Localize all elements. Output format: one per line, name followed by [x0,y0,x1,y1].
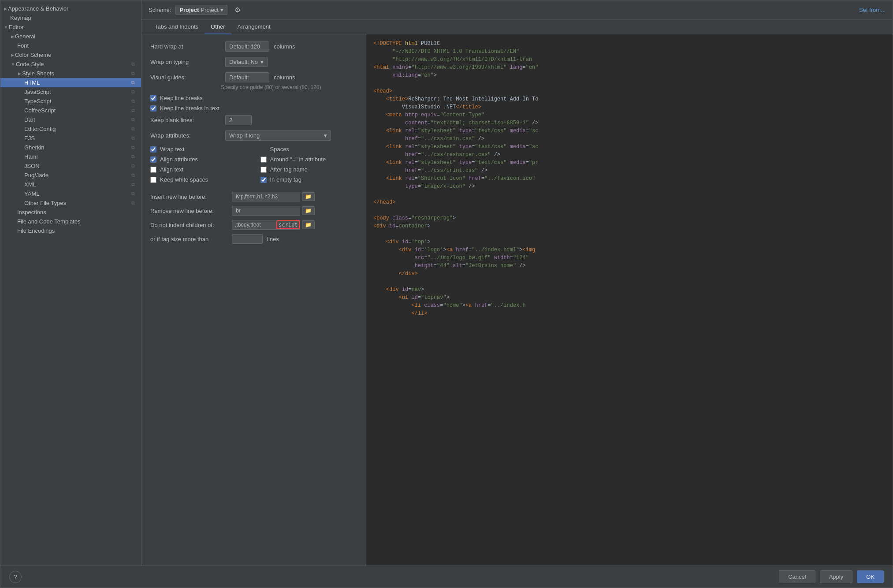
dialog-body: ▶ Appearance & BehaviorKeymap▼ Editor▶ G… [0,0,893,566]
align-attributes-label[interactable]: Align attributes [160,156,198,163]
sidebar-item-xml[interactable]: XML⧉ [0,180,141,189]
or-if-tag-label: or if tag size more than [150,236,227,242]
sidebar-item-html[interactable]: HTML⧉ [0,78,141,87]
sidebar-item-coffeescript[interactable]: CoffeeScript⧉ [0,106,141,115]
sidebar-item-label: General [15,33,35,40]
align-attributes-checkbox[interactable] [150,156,156,163]
sidebar-item-editor[interactable]: ▼ Editor [0,22,141,32]
sidebar-item-ejs[interactable]: EJS⧉ [0,134,141,143]
apply-button[interactable]: Apply [820,570,853,583]
copy-icon: ⧉ [131,191,138,197]
sidebar-item-dart[interactable]: Dart⧉ [0,115,141,124]
sidebar-item-general[interactable]: ▶ General [0,32,141,41]
align-text-row: Align text [150,166,247,173]
sidebar-item-color-scheme[interactable]: ▶ Color Scheme [0,50,141,60]
set-from-link[interactable]: Set from... [859,7,886,13]
sidebar-item-style-sheets[interactable]: ▶ Style Sheets⧉ [0,69,141,78]
sidebar-item-label: Editor [9,24,24,30]
around-eq-checkbox[interactable] [260,156,267,163]
keep-white-spaces-checkbox[interactable] [150,177,156,183]
sidebar-item-javascript[interactable]: JavaScript⧉ [0,87,141,97]
sidebar-item-keymap[interactable]: Keymap [0,13,141,22]
align-text-label[interactable]: Align text [160,166,183,173]
ok-button[interactable]: OK [857,570,884,583]
sidebar-item-typescript[interactable]: TypeScript⧉ [0,97,141,106]
sidebar-item-label: File Encodings [17,227,55,234]
remove-new-line-folder-btn[interactable]: 📁 [302,206,315,215]
sidebar-item-label: Dart [24,116,35,123]
sidebar-item-file-and-code-templates[interactable]: File and Code Templates [0,217,141,226]
after-tag-name-checkbox[interactable] [260,167,267,173]
keep-line-breaks-label[interactable]: Keep line breaks [160,95,203,101]
sidebar-item-file-encodings[interactable]: File Encodings [0,226,141,235]
wrap-attributes-value: Wrap if long [229,132,260,139]
in-empty-tag-checkbox[interactable] [260,177,267,183]
help-button[interactable]: ? [9,571,22,583]
settings-panel: Hard wrap at columns Wrap on typing Defa… [141,34,366,566]
wrap-text-checkbox[interactable] [150,146,156,153]
sidebar-item-json[interactable]: JSON⧉ [0,161,141,171]
align-text-checkbox[interactable] [150,167,156,173]
copy-icon: ⧉ [131,200,138,206]
sidebar-item-yaml[interactable]: YAML⧉ [0,189,141,198]
around-eq-label[interactable]: Around "=" in attribute [270,156,326,163]
wrap-typing-select[interactable]: Default: No ▾ [225,57,268,67]
wrap-text-label[interactable]: Wrap text [160,146,184,153]
sidebar-item-label: CoffeeScript [24,107,56,114]
keep-line-breaks-text-checkbox[interactable] [150,105,156,112]
sidebar-item-other-file-types[interactable]: Other File Types⧉ [0,198,141,208]
hard-wrap-input[interactable] [225,41,269,52]
wrap-typing-value: Default: No [229,59,258,65]
visual-guides-input[interactable] [225,72,269,82]
sidebar-item-inspections[interactable]: Inspections [0,208,141,217]
tab-arrangement[interactable]: Arrangement [231,20,277,34]
in-empty-tag-label[interactable]: In empty tag [270,176,302,183]
sidebar-item-editorconfig[interactable]: EditorConfig⧉ [0,124,141,134]
insert-new-line-row: Insert new line before: 📁 [150,192,357,201]
scheme-select[interactable]: Project Project ▾ [175,5,227,15]
sidebar-item-label: Inspections [17,209,46,216]
wrap-attributes-select[interactable]: Wrap if long ▾ [225,130,331,141]
gear-button[interactable]: ⚙ [232,5,243,15]
copy-icon: ⧉ [131,61,138,67]
insert-new-line-input[interactable] [232,192,300,201]
sidebar-item-label: Keymap [10,15,31,21]
keep-blank-lines-input[interactable] [225,115,252,125]
do-not-indent-folder-btn[interactable]: 📁 [302,220,315,229]
keep-white-spaces-label[interactable]: Keep white spaces [160,176,208,183]
after-tag-name-label[interactable]: After tag name [270,166,308,173]
wrap-attributes-row: Wrap attributes: Wrap if long ▾ [150,130,357,141]
sidebar-item-pug-jade[interactable]: Pug/Jade⧉ [0,171,141,180]
copy-icon: ⧉ [131,89,138,95]
sidebar-item-haml[interactable]: Haml⧉ [0,152,141,161]
copy-icon: ⧉ [131,108,138,113]
sidebar-item-appearance---behavior[interactable]: ▶ Appearance & Behavior [0,4,141,13]
keep-blank-lines-label: Keep blank lines: [150,117,221,123]
sidebar-item-label: Appearance & Behavior [8,5,68,12]
after-tag-name-row: After tag name [260,166,357,173]
sidebar-item-label: Style Sheets [22,70,54,77]
keep-line-breaks-checkbox[interactable] [150,95,156,101]
content-split: Hard wrap at columns Wrap on typing Defa… [141,34,893,566]
sidebar-item-label: XML [24,181,36,188]
keep-line-breaks-text-label[interactable]: Keep line breaks in text [160,105,220,112]
collapse-arrow-icon: ▼ [11,62,15,67]
sidebar-item-label: Other File Types [24,200,66,206]
remove-new-line-label: Remove new line before: [150,208,227,214]
sidebar-item-gherkin[interactable]: Gherkin⧉ [0,143,141,152]
sidebar-item-font[interactable]: Font [0,41,141,50]
expand-arrow-icon: ▶ [11,53,14,57]
tab-tabs-and-indents[interactable]: Tabs and Indents [149,20,205,34]
copy-icon: ⧉ [131,182,138,187]
insert-new-line-input-wrap: 📁 [232,192,315,201]
tab-other[interactable]: Other [205,20,231,34]
sidebar-item-code-style[interactable]: ▼ Code Style⧉ [0,60,141,69]
col-left: Wrap text Align attributes Align text [150,146,247,186]
cancel-button[interactable]: Cancel [779,570,815,583]
or-if-tag-input[interactable] [232,234,263,244]
insert-new-line-folder-btn[interactable]: 📁 [302,192,315,201]
remove-new-line-input[interactable] [232,206,300,216]
expand-arrow-icon: ▶ [4,7,7,11]
do-not-indent-prefix-input[interactable] [232,220,276,229]
keep-blank-lines-row: Keep blank lines: [150,115,357,125]
